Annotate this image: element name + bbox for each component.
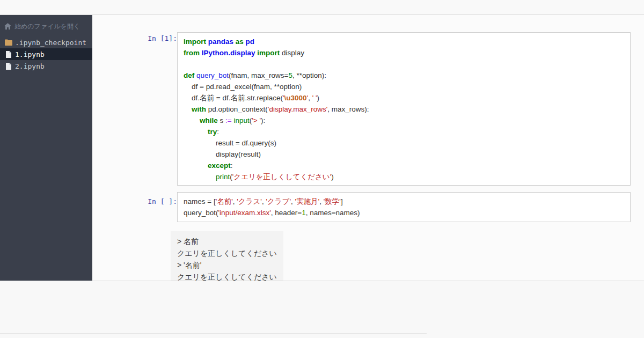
code-line: names = ['名前', 'クラス', 'クラブ', '実施月', '数学'… — [184, 196, 624, 207]
code-line: import pandas as pd — [184, 36, 624, 47]
code-line: try: — [184, 126, 624, 137]
sidebar-item-open-first-file[interactable]: 始めのファイルを開く — [0, 20, 92, 32]
notebook-area: In [1]: import pandas as pdfrom IPython.… — [92, 15, 644, 281]
file-list: .ipynb_checkpoint1.ipynb2.ipynb — [0, 36, 92, 72]
bottom-area — [0, 281, 644, 338]
sidebar-item-1-ipynb[interactable]: 1.ipynb — [0, 48, 92, 60]
folder-icon — [4, 39, 12, 47]
code-line: except: — [184, 160, 624, 171]
output-line: > 名前 — [177, 236, 277, 247]
file-name: 1.ipynb — [15, 50, 45, 58]
home-icon — [4, 23, 11, 30]
code-line: result = df.query(s) — [184, 137, 624, 149]
sidebar-home-label: 始めのファイルを開く — [14, 22, 80, 31]
code-line: display(result) — [184, 149, 624, 160]
code-line: from IPython.display import display — [184, 47, 624, 58]
code-line: def query_bot(fnam, max_rows=5, **option… — [184, 70, 624, 81]
bottom-divider — [0, 333, 427, 334]
output-line: クエリを正しくしてください — [177, 271, 277, 281]
output-line: クエリを正しくしてください — [177, 247, 277, 259]
top-strip — [0, 0, 644, 15]
cell-2-prompt: In [ ]: — [144, 197, 177, 205]
code-line: query_bot('input/exam.xlsx', header=1, n… — [184, 207, 624, 218]
code-line: df = pd.read_excel(fnam, **option) — [184, 81, 624, 92]
code-line: with pd.option_context('display.max_rows… — [184, 104, 624, 115]
output-line: > '名前' — [177, 259, 277, 271]
sidebar-item--ipynb-checkpoint[interactable]: .ipynb_checkpoint — [0, 36, 92, 48]
file-icon — [4, 50, 12, 58]
cell-output: > 名前クエリを正しくしてください> '名前'クエリを正しくしてください — [171, 231, 283, 281]
file-name: 2.ipynb — [15, 62, 45, 70]
file-explorer-sidebar: 始めのファイルを開く .ipynb_checkpoint1.ipynb2.ipy… — [0, 15, 92, 281]
code-line: df.名前 = df.名前.str.replace('\u3000', ' ') — [184, 92, 624, 104]
code-cell-2-code: names = ['名前', 'クラス', 'クラブ', '実施月', '数学'… — [184, 196, 624, 218]
cell-1-prompt: In [1]: — [144, 34, 177, 42]
code-cell-1[interactable]: import pandas as pdfrom IPython.display … — [177, 32, 631, 186]
code-line: while s := input('> '): — [184, 115, 624, 126]
code-cell-2[interactable]: names = ['名前', 'クラス', 'クラブ', '実施月', '数学'… — [177, 192, 631, 222]
code-line — [184, 58, 624, 70]
sidebar-item-2-ipynb[interactable]: 2.ipynb — [0, 60, 92, 72]
code-cell-1-code: import pandas as pdfrom IPython.display … — [184, 36, 624, 182]
file-icon — [4, 62, 12, 70]
code-line: print('クエリを正しくしてください') — [184, 171, 624, 182]
file-name: .ipynb_checkpoint — [15, 39, 86, 47]
main-area: 始めのファイルを開く .ipynb_checkpoint1.ipynb2.ipy… — [0, 15, 644, 281]
